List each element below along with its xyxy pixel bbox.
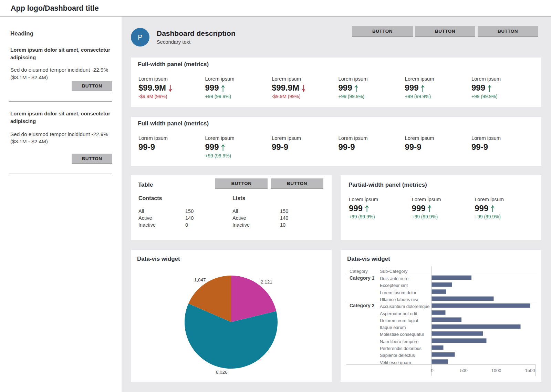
svg-text:Velit esse quam: Velit esse quam	[380, 360, 411, 365]
svg-text:Perferendis doloribus: Perferendis doloribus	[380, 346, 422, 351]
svg-text:Sub-Category: Sub-Category	[380, 269, 408, 274]
svg-text:Aspernatur aut odit: Aspernatur aut odit	[380, 311, 417, 316]
svg-text:Lorem ipsum dolor: Lorem ipsum dolor	[380, 290, 417, 295]
svg-text:Itaque earum: Itaque earum	[380, 325, 406, 330]
svg-text:Nam libero tempore: Nam libero tempore	[380, 339, 418, 344]
svg-text:6,026: 6,026	[216, 370, 228, 375]
svg-text:Duis aute irure: Duis aute irure	[380, 276, 408, 281]
svg-text:Category 1: Category 1	[350, 275, 375, 281]
svg-text:1000: 1000	[491, 368, 501, 373]
svg-text:Dolorem eum fugiat: Dolorem eum fugiat	[380, 318, 418, 323]
svg-text:Accusantium doloremque: Accusantium doloremque	[380, 304, 429, 309]
svg-text:2,121: 2,121	[261, 279, 272, 285]
svg-text:Excepteur sint: Excepteur sint	[380, 283, 408, 288]
svg-text:Category: Category	[350, 269, 368, 274]
svg-text:Ullamco laboris nisi: Ullamco laboris nisi	[380, 297, 418, 302]
svg-text:500: 500	[460, 368, 468, 373]
svg-text:0: 0	[431, 368, 433, 373]
svg-text:Sapiente delectus: Sapiente delectus	[380, 353, 415, 358]
svg-text:1,847: 1,847	[194, 277, 206, 282]
svg-text:1500: 1500	[525, 368, 535, 373]
svg-text:Molestiae consequatur: Molestiae consequatur	[380, 332, 424, 337]
svg-text:Category 2: Category 2	[350, 303, 375, 308]
